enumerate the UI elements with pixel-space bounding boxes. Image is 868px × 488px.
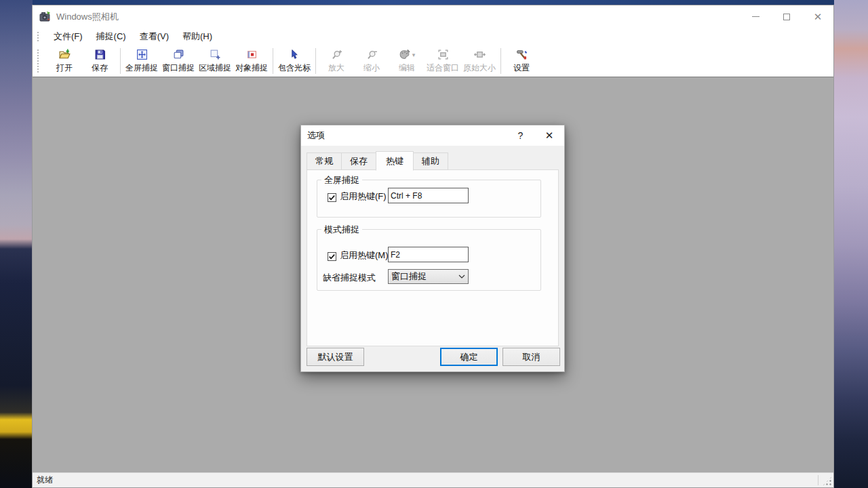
fullscreen-capture-icon bbox=[136, 49, 148, 61]
edit-palette-icon bbox=[399, 49, 411, 61]
include-cursor-icon bbox=[288, 49, 300, 61]
fullscreen-capture-group: 全屏捕捉 启用热键(F) bbox=[317, 180, 541, 218]
hotkey-tab-panel: 全屏捕捉 启用热键(F) 模式捕捉 bbox=[307, 169, 559, 346]
status-text: 就绪 bbox=[37, 474, 53, 486]
toolbar-separator bbox=[120, 48, 121, 74]
group-title: 全屏捕捉 bbox=[321, 174, 362, 186]
options-dialog: 选项 ? ✕ 常规 保存 热键 辅助 全屏捕捉 启用热键(F) bbox=[300, 125, 565, 372]
checkbox-checked-icon[interactable] bbox=[328, 192, 336, 201]
camera-app-icon bbox=[39, 11, 51, 22]
minimize-button[interactable] bbox=[740, 5, 771, 28]
options-tabstrip: 常规 保存 热键 辅助 bbox=[307, 151, 559, 170]
menu-help[interactable]: 帮助(H) bbox=[176, 28, 219, 45]
close-icon: ✕ bbox=[814, 12, 823, 22]
settings-button[interactable]: 设置 bbox=[504, 47, 539, 75]
toolbar-separator bbox=[315, 48, 316, 74]
save-button[interactable]: 保存 bbox=[82, 47, 117, 75]
resize-grip[interactable] bbox=[823, 476, 832, 486]
window-capture-button[interactable]: 窗口捕捉 bbox=[160, 47, 197, 75]
default-mode-label: 缺省捕捉模式 bbox=[323, 272, 376, 284]
zoom-out-button: 缩小 bbox=[354, 47, 389, 75]
checkbox-label: 启用热键(M) bbox=[340, 249, 389, 262]
tab-assist[interactable]: 辅助 bbox=[413, 152, 448, 170]
object-capture-icon bbox=[245, 49, 258, 61]
zoom-out-icon bbox=[366, 49, 378, 61]
toolbar-gripper[interactable] bbox=[36, 48, 39, 74]
cancel-button[interactable]: 取消 bbox=[502, 348, 560, 366]
edit-dropdown-caret-icon: ▾ bbox=[412, 52, 416, 58]
dialog-title-bar: 选项 ? ✕ bbox=[301, 125, 564, 146]
combobox-value: 窗口捕捉 bbox=[391, 270, 456, 283]
statusbar-separator bbox=[818, 475, 818, 485]
fullscreen-capture-button[interactable]: 全屏捕捉 bbox=[123, 47, 160, 75]
toolbar-separator bbox=[273, 48, 273, 74]
status-bar: 就绪 bbox=[33, 472, 833, 487]
dialog-title: 选项 bbox=[307, 129, 325, 142]
menu-capture[interactable]: 捕捉(C) bbox=[90, 28, 133, 45]
window-controls: ✕ bbox=[740, 5, 833, 28]
mode-hotkey-input[interactable] bbox=[388, 247, 469, 262]
close-button[interactable]: ✕ bbox=[802, 5, 833, 28]
maximize-button[interactable] bbox=[771, 5, 802, 28]
settings-tools-icon bbox=[515, 49, 528, 61]
tab-hotkey[interactable]: 热键 bbox=[376, 151, 414, 171]
enable-hotkey-f-checkbox[interactable]: 启用热键(F) bbox=[328, 190, 387, 203]
minimize-icon bbox=[752, 16, 760, 17]
region-capture-button[interactable]: 区域捕捉 bbox=[197, 47, 233, 75]
zoom-in-icon bbox=[330, 49, 342, 61]
default-mode-combobox[interactable]: 窗口捕捉 bbox=[388, 269, 469, 284]
dialog-help-button[interactable]: ? bbox=[505, 130, 536, 141]
include-cursor-button[interactable]: 包含光标 bbox=[276, 47, 313, 75]
close-icon: ✕ bbox=[545, 129, 554, 141]
original-size-button: 原始大小 bbox=[461, 47, 498, 75]
help-icon: ? bbox=[518, 130, 524, 141]
desktop-wallpaper-right bbox=[834, 0, 868, 488]
maximize-icon bbox=[783, 14, 790, 20]
dialog-close-button[interactable]: ✕ bbox=[536, 129, 563, 142]
tab-save[interactable]: 保存 bbox=[341, 152, 376, 170]
zoom-in-button: 放大 bbox=[319, 47, 354, 75]
menu-bar: 文件(F) 捕捉(C) 查看(V) 帮助(H) bbox=[33, 28, 833, 45]
menu-view[interactable]: 查看(V) bbox=[133, 28, 176, 45]
window-title: Windows照相机 bbox=[56, 11, 119, 23]
open-folder-icon bbox=[58, 49, 71, 61]
ok-button[interactable]: 确定 bbox=[440, 348, 498, 366]
save-floppy-icon bbox=[94, 49, 106, 61]
tool-bar: 打开 保存 bbox=[33, 45, 833, 77]
tab-general[interactable]: 常规 bbox=[307, 152, 342, 170]
chevron-down-icon bbox=[456, 274, 468, 279]
fit-window-icon bbox=[437, 49, 449, 61]
window-capture-icon bbox=[172, 49, 184, 61]
fit-window-button: 适合窗口 bbox=[425, 47, 461, 75]
enable-hotkey-m-checkbox[interactable]: 启用热键(M) bbox=[328, 249, 389, 262]
default-settings-button[interactable]: 默认设置 bbox=[307, 348, 364, 366]
mode-capture-group: 模式捕捉 启用热键(M) 缺省捕捉模式 窗口捕捉 bbox=[317, 229, 541, 291]
title-bar: Windows照相机 ✕ bbox=[33, 5, 833, 28]
menu-file[interactable]: 文件(F) bbox=[47, 28, 90, 45]
menubar-gripper[interactable] bbox=[36, 30, 39, 43]
group-title: 模式捕捉 bbox=[321, 224, 362, 235]
toolbar-separator bbox=[500, 48, 501, 74]
object-capture-button[interactable]: 对象捕捉 bbox=[233, 47, 270, 75]
original-size-icon bbox=[473, 49, 486, 61]
desktop-wallpaper-left bbox=[0, 0, 33, 488]
fullscreen-hotkey-input[interactable] bbox=[388, 188, 469, 203]
edit-button: ▾ 编辑 bbox=[389, 47, 425, 75]
region-capture-icon bbox=[209, 49, 221, 61]
checkbox-label: 启用热键(F) bbox=[340, 190, 387, 203]
open-button[interactable]: 打开 bbox=[47, 47, 82, 75]
checkbox-checked-icon[interactable] bbox=[328, 251, 336, 260]
